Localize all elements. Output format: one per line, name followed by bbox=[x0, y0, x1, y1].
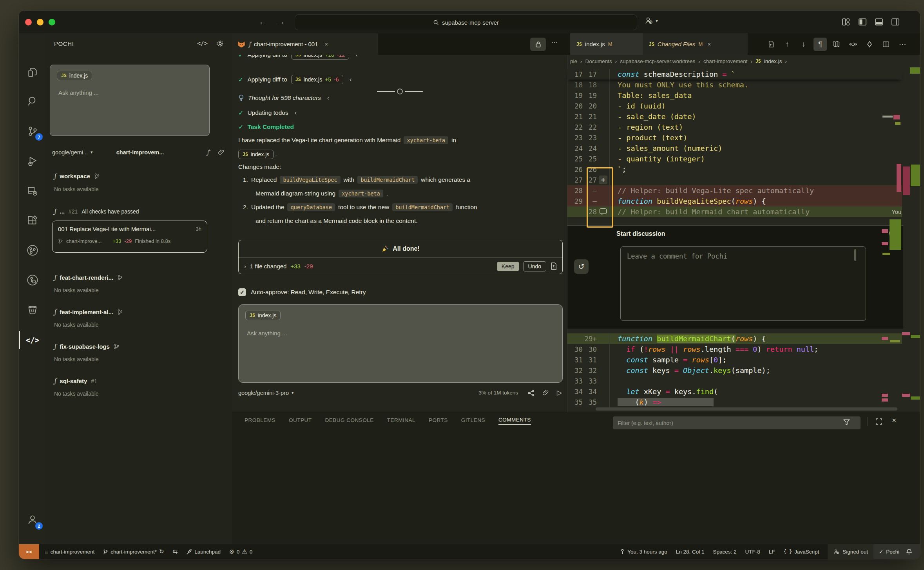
indentation-item[interactable]: Spaces: 2 bbox=[713, 549, 737, 555]
workspace-name[interactable]: workspace bbox=[60, 173, 90, 179]
collapse-icon[interactable]: ‹ bbox=[295, 109, 297, 117]
code-line[interactable]: 31 31 const sample = rows[0]; bbox=[567, 355, 902, 365]
branch-status-item[interactable]: chart-improvement* ↻ bbox=[103, 548, 164, 555]
worktree-list-item[interactable]: ʃ feat-chart-renderi... No tasks availab… bbox=[46, 272, 232, 307]
code-line[interactable]: 29 — function buildVegaLiteSpec(rows) { bbox=[567, 196, 902, 206]
gutter-action-icon[interactable] bbox=[598, 69, 609, 80]
gutter-action-icon[interactable] bbox=[598, 90, 609, 101]
blame-status-item[interactable]: You, 3 hours ago bbox=[620, 548, 667, 555]
breadcrumb-segment[interactable]: Documents bbox=[585, 58, 612, 64]
breadcrumb-file[interactable]: index.js bbox=[764, 58, 782, 64]
gutter-action-icon[interactable] bbox=[598, 344, 609, 355]
undo-button[interactable]: Undo bbox=[523, 261, 546, 271]
accounts-menu[interactable]: ▾ bbox=[644, 16, 658, 25]
gutter-action-icon[interactable] bbox=[598, 154, 609, 164]
code-line[interactable]: 29+ function buildMermaidChart(rows) { bbox=[567, 333, 902, 344]
tab-index-js[interactable]: JS index.js M bbox=[570, 33, 643, 55]
s3-bucket-icon[interactable]: S3 bbox=[19, 298, 46, 322]
code-line[interactable]: 35 35 (k) => bbox=[567, 397, 902, 407]
filter-icon[interactable] bbox=[843, 419, 850, 425]
close-icon[interactable]: × bbox=[707, 41, 711, 47]
collapse-icon[interactable]: ‹ bbox=[327, 94, 330, 102]
remote-explorer-icon[interactable] bbox=[19, 179, 46, 203]
next-change-icon[interactable]: ↓ bbox=[796, 33, 812, 55]
gutter-action-icon[interactable] bbox=[598, 355, 609, 365]
chat-tab[interactable]: ʃ chart-improvement - 001 × bbox=[232, 33, 378, 55]
panel-tab[interactable]: COMMENTS bbox=[498, 417, 531, 425]
cursor-position-item[interactable]: Ln 28, Col 1 bbox=[676, 549, 705, 555]
sidebar-chat-input[interactable]: JS index.js Ask anything ... bbox=[50, 65, 210, 136]
attached-file-chip[interactable]: JS index.js bbox=[57, 71, 92, 80]
code-line[interactable]: 20 20 - id (uuid) bbox=[567, 101, 902, 111]
gutter-action-icon[interactable] bbox=[598, 333, 609, 344]
panel-tab[interactable]: TERMINAL bbox=[387, 417, 415, 425]
run-debug-icon[interactable] bbox=[19, 149, 46, 173]
bell-icon[interactable] bbox=[906, 548, 912, 555]
minimize-window-button[interactable] bbox=[37, 19, 43, 25]
panel-tab[interactable]: OUTPUT bbox=[289, 417, 312, 425]
attached-file-chip[interactable]: JS index.js bbox=[245, 311, 281, 320]
tab-changed-files[interactable]: JS Changed Files M × bbox=[643, 33, 748, 55]
keep-button[interactable]: Keep bbox=[497, 262, 519, 271]
send-icon[interactable]: ▷ bbox=[557, 389, 562, 397]
code-line[interactable]: 25 25 - quantity (integer) bbox=[567, 154, 902, 164]
toggle-sidebar-icon[interactable] bbox=[858, 18, 867, 26]
explorer-icon[interactable] bbox=[19, 61, 46, 85]
diff-file-chip[interactable]: JS index.js +16 -12 bbox=[291, 55, 349, 60]
model-selector[interactable]: google/gemini-3-pro bbox=[238, 390, 289, 396]
expand-icon[interactable]: › bbox=[244, 263, 246, 270]
render-whitespace-icon[interactable]: ¶ bbox=[812, 33, 828, 55]
more-actions-icon[interactable]: ··· bbox=[551, 39, 558, 46]
file-chip[interactable]: JS index.js bbox=[238, 150, 274, 159]
task-card[interactable]: 001 Replace Vega-Lite with Mermai... 3h … bbox=[52, 221, 207, 253]
gutter-action-icon[interactable] bbox=[598, 132, 609, 143]
code-line[interactable]: 22 22 - region (text) bbox=[567, 122, 902, 132]
gutter-action-icon[interactable] bbox=[598, 376, 609, 386]
breadcrumb-segment[interactable]: chart-improvement bbox=[703, 58, 748, 64]
comments-filter-input[interactable] bbox=[613, 416, 861, 429]
gutter-action-icon[interactable] bbox=[598, 143, 609, 154]
comment-input[interactable] bbox=[620, 246, 866, 321]
auto-approve-checkbox[interactable]: ✓ bbox=[238, 288, 246, 296]
code-line[interactable]: 34 34 let xKey = keys.find( bbox=[567, 386, 902, 397]
paperclip-icon[interactable] bbox=[542, 389, 549, 396]
paperclip-icon[interactable] bbox=[218, 148, 225, 156]
worktree-list-item[interactable]: ʃ sql-safety #1 No tasks available bbox=[46, 376, 232, 410]
source-control-icon[interactable]: 7 bbox=[19, 119, 46, 143]
share-icon[interactable] bbox=[527, 389, 534, 396]
signed-out-item[interactable]: Signed out bbox=[828, 544, 873, 559]
gutter-action-icon[interactable] bbox=[598, 111, 609, 122]
open-editor-icon[interactable]: </> bbox=[197, 40, 208, 47]
pochi-view-icon[interactable]: </> bbox=[19, 328, 46, 352]
eol-item[interactable]: LF bbox=[769, 549, 775, 555]
code-line[interactable]: 19 19 Table: sales_data bbox=[567, 90, 902, 101]
customize-layout-icon[interactable] bbox=[842, 18, 850, 26]
word-wrap-icon[interactable] bbox=[829, 33, 844, 55]
close-panel-icon[interactable]: × bbox=[892, 416, 896, 425]
panel-tab[interactable]: GITLENS bbox=[461, 417, 485, 425]
sidebar-gear-icon[interactable] bbox=[216, 40, 224, 47]
diff-file-icon[interactable] bbox=[550, 262, 557, 270]
collapse-icon[interactable]: ‹ bbox=[350, 76, 352, 83]
previous-change-icon[interactable]: ↑ bbox=[779, 33, 795, 55]
code-line[interactable]: 33 33 bbox=[567, 376, 902, 386]
problems-status-item[interactable]: ⊗ 0 ⚠ 0 bbox=[229, 548, 252, 555]
collapse-icon[interactable]: ‹ bbox=[355, 55, 358, 59]
code-line[interactable]: 32 32 const keys = Object.keys(sample); bbox=[567, 365, 902, 376]
swap-sides-icon[interactable] bbox=[862, 33, 877, 55]
code-line[interactable]: 23 23 - product (text) bbox=[567, 132, 902, 143]
code-line[interactable]: 30 30 if (!rows || rows.length === 0) re… bbox=[567, 344, 902, 355]
gitlens-icon[interactable] bbox=[19, 268, 46, 292]
gutter-action-icon[interactable] bbox=[598, 101, 609, 111]
pochi-status-item[interactable]: ✓ Pochi bbox=[873, 544, 920, 559]
language-mode-item[interactable]: { } JavaScript bbox=[784, 549, 819, 555]
split-editor-icon[interactable] bbox=[878, 33, 894, 55]
chat-input[interactable]: JS index.js Ask anything ... bbox=[238, 304, 563, 383]
panel-tab[interactable]: DEBUG CONSOLE bbox=[325, 417, 374, 425]
forward-button[interactable]: → bbox=[277, 16, 285, 27]
code-line[interactable]: 26 26 `; bbox=[567, 164, 902, 175]
close-window-button[interactable] bbox=[25, 19, 32, 25]
accounts-icon[interactable]: 2 bbox=[19, 508, 46, 531]
breadcrumb-segment[interactable]: supabase-mcp-server.worktrees bbox=[620, 58, 695, 64]
extensions-icon[interactable] bbox=[19, 209, 46, 232]
